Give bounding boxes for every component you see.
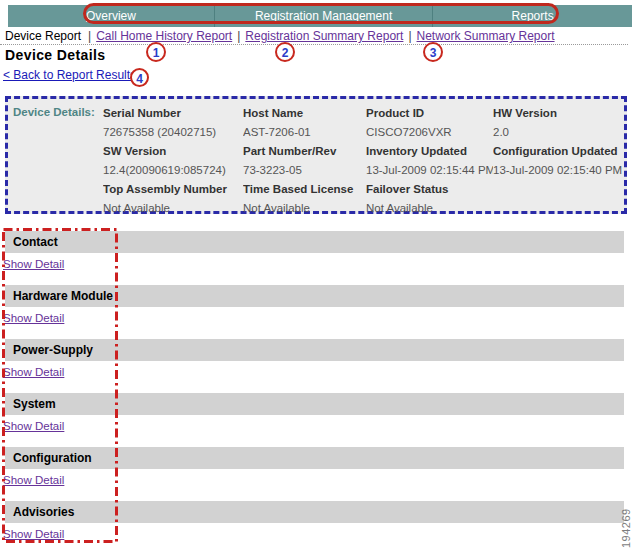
section-header-power-supply: Power-Supply: [5, 339, 624, 361]
callout-1: 1: [146, 42, 166, 62]
report-sections: Contact Show Detail Hardware Module Show…: [0, 231, 624, 551]
device-details-grid: Serial Number Host Name Product ID HW Ve…: [103, 103, 622, 209]
report-tabs: Device Report | Call Home History Report…: [3, 28, 555, 44]
field-label-inventory-updated: Inventory Updated: [366, 145, 493, 157]
tab-separator: |: [403, 29, 416, 43]
field-value-serial-number: 72675358 (20402715): [103, 126, 243, 138]
field-label-serial-number: Serial Number: [103, 107, 243, 119]
field-value-top-assembly-number: Not Available: [103, 202, 243, 214]
section-advisories: Advisories Show Detail: [0, 501, 624, 551]
tab-separator: |: [232, 29, 245, 43]
field-value-failover-status: Not Available: [366, 202, 493, 214]
tab-registration-summary-report[interactable]: Registration Summary Report: [245, 29, 403, 43]
show-detail-link-system[interactable]: Show Detail: [3, 420, 64, 433]
tabs-divider-line: [0, 44, 628, 45]
field-label-hw-version: HW Version: [493, 107, 622, 119]
tab-device-report[interactable]: Device Report: [3, 29, 83, 43]
section-hardware-module: Hardware Module Show Detail: [0, 285, 624, 339]
nav-cell-reports[interactable]: Reports: [432, 5, 632, 27]
tab-network-summary-report[interactable]: Network Summary Report: [417, 29, 555, 43]
tab-separator: |: [83, 29, 96, 43]
field-label-part-number-rev: Part Number/Rev: [243, 145, 366, 157]
field-value-sw-version: 12.4(20090619:085724): [103, 164, 243, 176]
callout-2: 2: [275, 42, 295, 62]
show-detail-link-contact[interactable]: Show Detail: [3, 258, 64, 271]
field-value-part-number-rev: 73-3223-05: [243, 164, 366, 176]
nav-cell-overview[interactable]: Overview: [8, 5, 214, 27]
field-value-time-based-license: Not Available: [243, 202, 366, 214]
section-header-hardware-module: Hardware Module: [5, 285, 624, 307]
field-label-host-name: Host Name: [243, 107, 366, 119]
field-value-inventory-updated: 13-Jul-2009 02:15:44 PM: [366, 164, 493, 176]
field-label-top-assembly-number: Top Assembly Number: [103, 183, 243, 195]
show-detail-link-advisories[interactable]: Show Detail: [3, 528, 64, 541]
section-header-contact: Contact: [5, 231, 624, 253]
section-header-configuration: Configuration: [5, 447, 624, 469]
section-contact: Contact Show Detail: [0, 231, 624, 285]
page-title: Device Details: [5, 47, 106, 63]
top-navigation-bar: Overview Registration Management Reports: [8, 5, 632, 27]
device-details-panel: Device Details: Serial Number Host Name …: [5, 96, 627, 214]
show-detail-link-power-supply[interactable]: Show Detail: [3, 366, 64, 379]
nav-link-registration-management[interactable]: Registration Management: [255, 9, 392, 23]
show-detail-link-hardware-module[interactable]: Show Detail: [3, 312, 64, 325]
field-value-hw-version: 2.0: [493, 126, 622, 138]
show-detail-link-configuration[interactable]: Show Detail: [3, 474, 64, 487]
nav-link-reports[interactable]: Reports: [512, 9, 554, 23]
field-label-sw-version: SW Version: [103, 145, 243, 157]
section-header-system: System: [5, 393, 624, 415]
section-power-supply: Power-Supply Show Detail: [0, 339, 624, 393]
back-to-report-results-link[interactable]: < Back to Report Results: [3, 68, 136, 82]
field-label-configuration-updated: Configuration Updated: [493, 145, 622, 157]
callout-4: 4: [130, 68, 149, 87]
field-label-failover-status: Failover Status: [366, 183, 493, 195]
tab-call-home-history-report[interactable]: Call Home History Report: [96, 29, 232, 43]
figure-number: 194269: [620, 486, 632, 548]
device-details-panel-label: Device Details:: [13, 103, 103, 209]
field-value-host-name: AST-7206-01: [243, 126, 366, 138]
field-label-time-based-license: Time Based License: [243, 183, 366, 195]
field-value-configuration-updated: 13-Jul-2009 02:15:40 PM: [493, 164, 622, 176]
section-header-advisories: Advisories: [5, 501, 624, 523]
field-value-product-id: CISCO7206VXR: [366, 126, 493, 138]
nav-link-overview[interactable]: Overview: [86, 9, 136, 23]
nav-cell-registration-management[interactable]: Registration Management: [214, 5, 432, 27]
section-system: System Show Detail: [0, 393, 624, 447]
field-label-product-id: Product ID: [366, 107, 493, 119]
section-configuration: Configuration Show Detail: [0, 447, 624, 501]
callout-3: 3: [423, 42, 443, 62]
